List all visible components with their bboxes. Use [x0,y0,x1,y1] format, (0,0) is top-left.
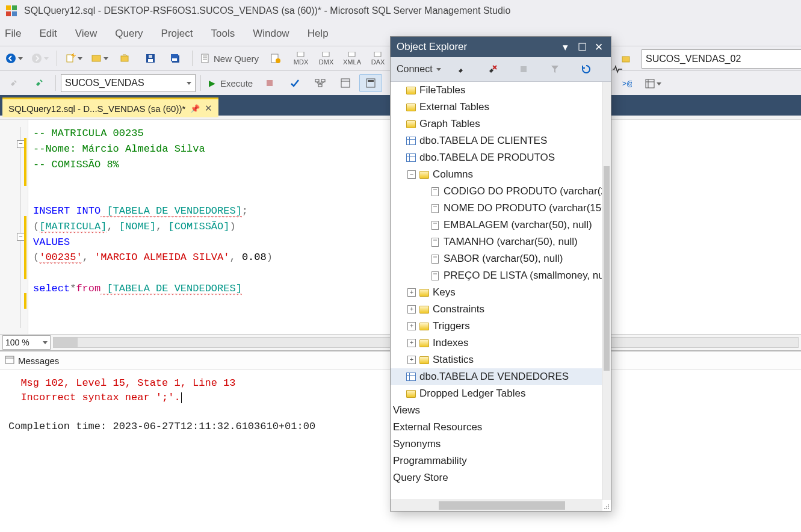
filter-icon[interactable] [543,60,566,78]
oe-vscrollbar[interactable] [602,82,611,500]
expander-icon[interactable]: + [407,288,416,297]
tree-table-produtos[interactable]: dbo.TABELA DE PRODUTOS [391,149,611,166]
dmx-button[interactable]: DMX [315,49,338,67]
object-explorer-window[interactable]: Object Explorer ▾ ☐ ✕ Connect [390,36,611,512]
estimated-plan-button[interactable] [309,74,332,92]
results-button[interactable] [642,75,664,93]
menu-query[interactable]: Query [114,25,144,42]
svg-rect-42 [521,66,527,72]
save-all-button[interactable] [164,49,187,67]
svg-rect-0 [6,5,11,10]
dmx-label: DMX [319,59,333,66]
execute-button[interactable]: ▶ Execute [206,74,256,92]
tree-folder-filetables[interactable]: FileTables [391,82,611,99]
right-toolbar: SUCOS_VENDAS_02 [615,49,801,69]
messages-icon [5,356,14,366]
svg-line-41 [493,66,496,69]
expander-icon[interactable]: + [407,305,416,314]
pin-icon[interactable]: 📌 [190,104,200,113]
database-select[interactable]: SUCOS_VENDAS [61,74,196,92]
tree-table-vendedores[interactable]: dbo.TABELA DE VENDEDORES [391,368,611,385]
activity-icon[interactable] [606,60,629,78]
tree-node-external-resources[interactable]: External Resources [391,419,611,436]
svg-point-4 [6,54,16,63]
menu-window[interactable]: Window [252,25,290,42]
tree-column[interactable]: SABOR (varchar(50), null) [391,250,611,267]
oe-hscrollbar[interactable] [391,500,602,511]
save-button[interactable] [139,49,162,67]
nav-back-button[interactable] [2,49,26,67]
tree-folder-external-tables[interactable]: External Tables [391,99,611,116]
tree-folder-constraints[interactable]: + Constraints [391,301,611,318]
tree-node-query-store[interactable]: Query Store [391,469,611,486]
svg-rect-9 [146,54,155,63]
tree-column[interactable]: CODIGO DO PRODUTO (varchar(20 [391,183,611,200]
close-icon[interactable]: ✕ [593,41,605,53]
tree-table-clientes[interactable]: dbo.TABELA DE CLIENTES [391,132,611,149]
close-tab-icon[interactable]: ✕ [205,103,212,114]
resize-grip-icon[interactable] [602,503,610,510]
tree-column[interactable]: TAMANHO (varchar(50), null) [391,234,611,250]
dax-button[interactable]: DAX [366,49,389,67]
window-menu-icon[interactable]: ▾ [559,41,571,53]
menu-edit[interactable]: Edit [38,25,58,42]
tree-folder-graph-tables[interactable]: Graph Tables [391,116,611,132]
tree-column[interactable]: PREÇO DE LISTA (smallmoney, null [391,267,611,284]
database-select-right[interactable]: SUCOS_VENDAS_02 [642,49,801,69]
error-line: Incorrect syntax near ';'. [20,392,180,403]
menu-project[interactable]: Project [160,25,194,42]
menu-file[interactable]: File [4,25,22,42]
xmla-button[interactable]: XMLA [340,49,364,67]
svg-point-5 [32,54,42,63]
expander-icon[interactable]: + [407,356,416,364]
tree-folder-indexes[interactable]: + Indexes [391,335,611,351]
refresh-icon[interactable] [575,60,598,78]
tree-node-views[interactable]: Views [391,402,611,419]
svg-rect-29 [341,79,350,87]
svg-rect-26 [315,79,319,82]
tree-folder-keys[interactable]: + Keys [391,284,611,301]
connect-dropdown[interactable]: Connect [397,64,441,75]
editor-tab-label: SQLQuery12.sql - D...S_VENDAS (sa (60))* [8,104,185,114]
titlebar: SQLQuery12.sql - DESKTOP-RSF6OS1.SUCOS_V… [0,0,801,22]
xe-query-button[interactable] [264,49,287,67]
open-project-button[interactable] [88,49,111,67]
svg-rect-3 [12,11,17,16]
object-explorer-titlebar[interactable]: Object Explorer ▾ ☐ ✕ [391,37,611,57]
menu-view[interactable]: View [74,25,99,42]
tree-folder-dropped-ledger[interactable]: Dropped Ledger Tables [391,385,611,402]
expander-icon[interactable]: + [407,322,416,330]
new-item-button[interactable] [62,49,85,67]
query-options-button[interactable] [334,74,357,92]
svg-point-46 [604,508,605,509]
object-explorer-tree[interactable]: FileTables External Tables Graph Tables … [391,82,611,511]
intellisense-button[interactable] [359,74,382,92]
tree-node-synonyms[interactable]: Synonyms [391,436,611,453]
menu-tools[interactable]: Tools [209,25,236,42]
svg-rect-12 [172,55,179,63]
maximize-icon[interactable]: ☐ [576,41,588,53]
tree-column[interactable]: NOME DO PRODUTO (varchar(150 [391,200,611,217]
svg-rect-24 [374,52,381,57]
svg-rect-11 [149,55,152,58]
zoom-select[interactable]: 100 % [2,335,51,350]
menu-help[interactable]: Help [306,25,330,42]
change-connection-button[interactable] [28,74,51,92]
error-line: Msg 102, Level 15, State 1, Line 13 [20,377,235,389]
mdx-button[interactable]: MDX [289,49,312,67]
svg-rect-37 [646,79,654,88]
tree-folder-statistics[interactable]: + Statistics [391,351,611,368]
parse-button[interactable] [283,74,306,92]
tree-column[interactable]: EMBALAGEM (varchar(50), null) [391,217,611,234]
disconnect-icon[interactable] [481,60,504,78]
tree-folder-columns[interactable]: − Columns [391,166,611,183]
connect-icon[interactable] [2,74,25,92]
expander-icon[interactable]: − [407,170,416,179]
tree-node-programmability[interactable]: Programmability [391,453,611,469]
expander-icon[interactable]: + [407,339,416,347]
new-query-button[interactable]: New Query [197,49,262,67]
connect-icon[interactable] [450,60,472,78]
editor-tab[interactable]: SQLQuery12.sql - D...S_VENDAS (sa (60))*… [2,97,218,117]
open-file-button[interactable] [114,49,137,67]
tree-folder-triggers[interactable]: + Triggers [391,318,611,335]
